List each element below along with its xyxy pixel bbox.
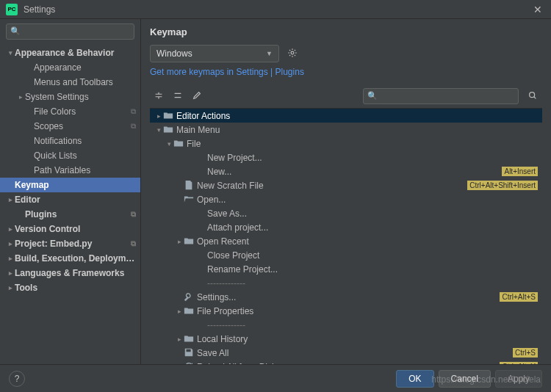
sidebar-item-path-variables[interactable]: Path Variables: [0, 163, 140, 178]
project-badge-icon: ⧉: [131, 239, 136, 248]
project-badge-icon: ⧉: [131, 122, 136, 131]
action-label: Close Project: [207, 250, 538, 261]
action-main-menu[interactable]: ▾Main Menu: [150, 123, 542, 137]
sidebar-item-quick-lists[interactable]: Quick Lists: [0, 148, 140, 163]
action-label: New Scratch File: [197, 181, 464, 191]
sidebar-item-version-control[interactable]: ▸Version Control: [0, 222, 140, 236]
sidebar-item-appearance-behavior[interactable]: ▾Appearance & Behavior: [0, 46, 140, 60]
chevron-down-icon: ▼: [266, 50, 273, 57]
action-settings[interactable]: Settings...Ctrl+Alt+S: [150, 290, 542, 304]
ok-button[interactable]: OK: [396, 370, 433, 388]
dialog-footer: ? OK Cancel Apply: [0, 364, 551, 392]
action-search-input[interactable]: [363, 88, 519, 104]
folder-icon: [184, 333, 194, 345]
action-editor-actions[interactable]: ▸Editor Actions: [150, 109, 542, 123]
action-label: -------------: [207, 320, 538, 330]
sidebar-search-input[interactable]: [6, 23, 134, 40]
sidebar-item-label: Version Control: [15, 224, 136, 234]
action-new-scratch-file[interactable]: New Scratch FileCtrl+Alt+Shift+Insert: [150, 178, 542, 192]
sidebar-item-file-colors[interactable]: File Colors⧉: [0, 104, 140, 119]
sidebar-item-project-embed-py[interactable]: ▸Project: Embed.py⧉: [0, 236, 140, 251]
action-file-properties[interactable]: ▸File Properties: [150, 304, 542, 318]
settings-tree[interactable]: ▾Appearance & BehaviorAppearanceMenus an…: [0, 44, 140, 364]
sidebar-item-appearance[interactable]: Appearance: [0, 60, 140, 75]
collapse-all-button[interactable]: [169, 88, 187, 104]
keymap-scheme-combo[interactable]: Windows ▼: [150, 45, 279, 62]
action-new[interactable]: New...Alt+Insert: [150, 164, 542, 178]
sidebar-item-notifications[interactable]: Notifications: [0, 134, 140, 148]
action-save-all[interactable]: Save AllCtrl+S: [150, 346, 542, 360]
apply-button[interactable]: Apply: [495, 370, 542, 388]
scheme-actions-button[interactable]: [284, 45, 301, 62]
chevron-down-icon: ▾: [165, 140, 173, 148]
chevron-right-icon: ▸: [16, 93, 25, 101]
sidebar-item-languages-frameworks[interactable]: ▸Languages & Frameworks: [0, 266, 140, 280]
pencil-icon: [192, 90, 202, 103]
get-more-keymaps-link[interactable]: Get more keymaps in Settings | Plugins: [150, 67, 542, 77]
folder-icon: [184, 236, 194, 247]
sidebar-item-editor[interactable]: ▸Editor: [0, 192, 140, 207]
action-tree[interactable]: ▸Editor Actions▾Main Menu▾FileNew Projec…: [150, 108, 542, 364]
sidebar-item-label: Scopes: [34, 121, 128, 131]
chevron-down-icon: ▾: [154, 126, 163, 134]
close-icon[interactable]: ✕: [530, 4, 545, 15]
shortcut-badge: Ctrl+Alt+Shift+Insert: [467, 181, 538, 190]
action-save-as[interactable]: Save As...: [150, 206, 542, 220]
wrench-icon: [184, 291, 194, 303]
sidebar-item-label: Tools: [15, 283, 136, 293]
find-by-shortcut-button[interactable]: [523, 88, 542, 104]
sidebar-item-scopes[interactable]: Scopes⧉: [0, 119, 140, 134]
cancel-button[interactable]: Cancel: [439, 370, 491, 388]
action-[interactable]: -------------: [150, 318, 542, 332]
action-label: New Project...: [207, 153, 538, 163]
sidebar-search[interactable]: 🔍: [6, 23, 134, 40]
chevron-right-icon: ▸: [6, 225, 15, 233]
action-local-history[interactable]: ▸Local History: [150, 332, 542, 346]
edit-shortcut-button[interactable]: [188, 88, 206, 104]
main-panel: Keymap Windows ▼ Get more keymaps in Set…: [141, 19, 551, 364]
action-label: Open Recent: [197, 236, 538, 247]
svg-point-0: [291, 51, 294, 54]
shortcut-badge: Ctrl+S: [513, 348, 538, 357]
expand-all-icon: [154, 90, 164, 103]
settings-sidebar: 🔍 ▾Appearance & BehaviorAppearanceMenus …: [0, 19, 141, 364]
sidebar-item-system-settings[interactable]: ▸System Settings: [0, 90, 140, 104]
action-label: New...: [207, 167, 499, 177]
chevron-right-icon: ▸: [6, 269, 15, 277]
sidebar-item-label: Path Variables: [34, 165, 136, 175]
chevron-right-icon: ▸: [175, 335, 184, 343]
action-file[interactable]: ▾File: [150, 137, 542, 150]
expand-all-button[interactable]: [150, 88, 168, 104]
sidebar-item-tools[interactable]: ▸Tools: [0, 280, 140, 295]
action-open-recent[interactable]: ▸Open Recent: [150, 234, 542, 248]
project-badge-icon: ⧉: [131, 107, 136, 116]
action-new-project[interactable]: New Project...: [150, 150, 542, 164]
sidebar-item-build-execution-deployment[interactable]: ▸Build, Execution, Deployment: [0, 251, 140, 266]
action-label: Main Menu: [176, 125, 538, 135]
action-label: File: [187, 139, 538, 149]
sidebar-item-label: File Colors: [34, 106, 128, 117]
action-search[interactable]: 🔍: [363, 88, 519, 104]
action-label: -------------: [207, 278, 538, 288]
sidebar-item-keymap[interactable]: Keymap: [0, 178, 140, 192]
shortcut-badge: Ctrl+Alt+S: [500, 292, 538, 302]
action-label: Save All: [197, 348, 510, 358]
action-close-project[interactable]: Close Project: [150, 248, 542, 262]
action-[interactable]: -------------: [150, 276, 542, 290]
action-label: Attach project...: [207, 222, 538, 233]
sidebar-item-label: Project: Embed.py: [15, 239, 128, 249]
collapse-all-icon: [173, 90, 183, 103]
sidebar-item-label: Build, Execution, Deployment: [15, 253, 136, 264]
action-attach-project[interactable]: Attach project...: [150, 220, 542, 234]
action-rename-project[interactable]: Rename Project...: [150, 262, 542, 276]
action-label: Editor Actions: [176, 111, 538, 121]
sidebar-item-label: Keymap: [15, 180, 136, 190]
sidebar-item-menus-and-toolbars[interactable]: Menus and Toolbars: [0, 75, 140, 90]
sidebar-item-label: Notifications: [34, 136, 136, 146]
chevron-right-icon: ▸: [175, 238, 184, 245]
folder-open-icon: [184, 194, 194, 206]
title-bar: PC Settings ✕: [0, 0, 551, 19]
action-open[interactable]: Open...: [150, 192, 542, 206]
sidebar-item-plugins[interactable]: Plugins⧉: [0, 207, 140, 222]
help-button[interactable]: ?: [9, 371, 25, 387]
